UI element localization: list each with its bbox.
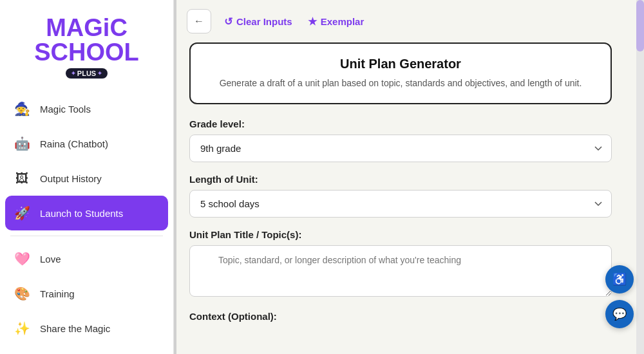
grade-label: Grade level: [189,118,612,129]
floating-buttons: ♿ 💬 [605,265,634,328]
context-section: Context (Optional): [189,311,612,322]
launch-icon: 🚀 [13,204,31,222]
topic-textarea[interactable] [189,245,612,297]
back-button[interactable]: ← [187,9,211,33]
tool-title: Unit Plan Generator [206,57,595,71]
sidebar-nav: 🧙 Magic Tools 🤖 Raina (Chatbot) 🖼 Output… [0,91,173,354]
context-label: Context (Optional): [189,311,612,322]
sidebar: MAGiC SCHOOL ✦ PLUS ✦ 🧙 Magic Tools 🤖 Ra… [0,0,174,354]
share-icon: ✨ [13,319,31,337]
sidebar-item-label: Share the Magic [40,323,110,334]
chat-icon: 💬 [612,307,627,321]
magic-tools-icon: 🧙 [13,100,31,118]
content-area: Unit Plan Generator Generate a draft of … [176,42,644,354]
sidebar-item-magic-tools[interactable]: 🧙 Magic Tools [0,91,173,126]
toolbar: ← ↺ Clear Inputs ★ Exemplar [176,0,644,42]
toolbar-actions: ↺ Clear Inputs ★ Exemplar [224,15,364,28]
logo-plus-badge: ✦ PLUS ✦ [66,68,108,79]
topic-section: Unit Plan Title / Topic(s): 🎙 [189,229,612,299]
clear-inputs-button[interactable]: ↺ Clear Inputs [224,15,292,28]
training-icon: 🎨 [13,284,31,303]
length-select[interactable]: 5 school days 1 school day 2 school days… [189,190,612,218]
sidebar-item-launch-to-students[interactable]: 🚀 Launch to Students [5,196,168,230]
logo-plus-text: PLUS [77,70,96,77]
clear-inputs-label: Clear Inputs [236,16,292,27]
sidebar-item-label: Launch to Students [40,208,123,219]
exemplar-icon: ★ [308,15,317,28]
sidebar-item-love[interactable]: 🩷 Love [0,241,173,276]
sidebar-item-magicstudent-intro[interactable]: 🐰 MagicStudent Intro [0,346,173,354]
grade-select[interactable]: 9th grade Kindergarten 1st grade 2nd gra… [189,135,612,162]
scrollbar-thumb[interactable] [636,0,644,51]
chat-button[interactable]: 💬 [605,300,634,328]
length-label: Length of Unit: [189,174,612,185]
clear-inputs-icon: ↺ [224,15,232,28]
grade-level-section: Grade level: 9th grade Kindergarten 1st … [189,118,612,162]
logo-line2: SCHOOL [34,40,139,64]
exemplar-button[interactable]: ★ Exemplar [308,15,365,28]
logo-area: MAGiC SCHOOL ✦ PLUS ✦ [0,10,173,91]
accessibility-button[interactable]: ♿ [605,265,634,293]
stars-left-icon: ✦ [71,70,76,77]
sidebar-item-label: Love [40,254,61,265]
sidebar-item-share-the-magic[interactable]: ✨ Share the Magic [0,311,173,346]
length-section: Length of Unit: 5 school days 1 school d… [189,174,612,218]
tool-description: Generate a draft of a unit plan based on… [206,77,595,90]
sidebar-item-label: Output History [40,173,102,184]
tool-card: Unit Plan Generator Generate a draft of … [189,42,612,104]
accessibility-icon: ♿ [612,272,627,286]
sidebar-item-training[interactable]: 🎨 Training [0,276,173,311]
main-content: ← ↺ Clear Inputs ★ Exemplar Unit Plan Ge… [176,0,644,354]
sidebar-item-raina-chatbot[interactable]: 🤖 Raina (Chatbot) [0,126,173,161]
raina-icon: 🤖 [13,135,31,153]
stars-right-icon: ✦ [97,70,102,77]
topic-textarea-wrapper: 🎙 [189,245,612,299]
logo-line1: MAGiC [34,15,139,40]
sidebar-item-label: Training [40,288,75,299]
sidebar-divider [10,236,163,236]
exemplar-label: Exemplar [321,16,365,27]
output-history-icon: 🖼 [13,169,31,187]
sidebar-item-output-history[interactable]: 🖼 Output History [0,161,173,196]
sidebar-item-label: Raina (Chatbot) [40,138,108,149]
sidebar-item-label: Magic Tools [40,104,91,115]
love-icon: 🩷 [13,250,31,268]
scrollbar-track [636,0,644,354]
topic-label: Unit Plan Title / Topic(s): [189,229,612,240]
